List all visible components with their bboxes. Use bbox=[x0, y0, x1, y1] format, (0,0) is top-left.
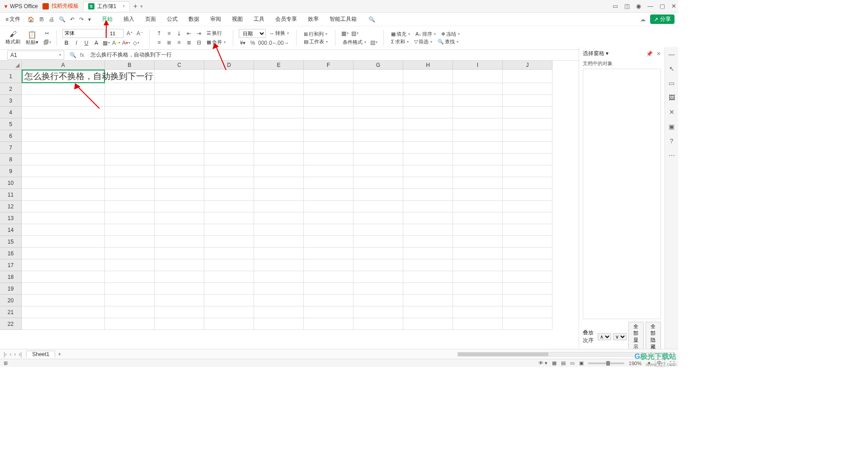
distribute-icon[interactable]: ⊟ bbox=[195, 38, 203, 47]
cell[interactable] bbox=[22, 130, 105, 142]
fx-icon[interactable]: fx bbox=[80, 52, 84, 58]
cell[interactable] bbox=[304, 165, 354, 177]
menu-page[interactable]: 页面 bbox=[140, 15, 161, 23]
cell[interactable] bbox=[254, 306, 304, 318]
worksheet-button[interactable]: ▤ 工作表 bbox=[302, 38, 330, 45]
cell[interactable] bbox=[503, 248, 552, 259]
menu-formula[interactable]: 公式 bbox=[161, 15, 183, 23]
menu-data[interactable]: 数据 bbox=[183, 15, 205, 23]
cell[interactable] bbox=[403, 318, 453, 330]
col-header[interactable]: G bbox=[354, 61, 403, 70]
cell[interactable] bbox=[155, 70, 204, 83]
cell[interactable] bbox=[105, 107, 155, 118]
select-all-corner[interactable]: ◢ bbox=[0, 61, 22, 70]
tools-icon[interactable]: ✕ bbox=[669, 108, 675, 116]
view-eye-icon[interactable]: 👁 ▾ bbox=[538, 360, 547, 366]
cell[interactable] bbox=[204, 318, 254, 330]
italic-icon[interactable]: I bbox=[72, 39, 80, 47]
cell[interactable] bbox=[403, 177, 453, 189]
col-header[interactable]: F bbox=[304, 61, 354, 70]
cell[interactable] bbox=[155, 83, 204, 95]
row-header[interactable]: 6 bbox=[0, 130, 22, 142]
cell[interactable] bbox=[354, 271, 403, 283]
cell[interactable] bbox=[503, 283, 552, 295]
properties-icon[interactable]: ▭ bbox=[669, 80, 675, 87]
cell[interactable] bbox=[254, 142, 304, 154]
cell[interactable] bbox=[354, 83, 403, 95]
align-middle-icon[interactable]: ≡ bbox=[165, 29, 173, 38]
cell[interactable] bbox=[304, 70, 354, 83]
cell[interactable] bbox=[254, 201, 304, 212]
cell[interactable] bbox=[453, 318, 503, 330]
cell[interactable] bbox=[22, 177, 105, 189]
cell[interactable] bbox=[354, 165, 403, 177]
tab-template[interactable]: 找稻壳模板 bbox=[38, 1, 83, 11]
cell[interactable] bbox=[503, 212, 552, 224]
cell[interactable] bbox=[503, 259, 552, 271]
cell[interactable] bbox=[254, 130, 304, 142]
cell[interactable] bbox=[155, 130, 204, 142]
cell[interactable] bbox=[22, 212, 105, 224]
increase-font-icon[interactable]: A⁺ bbox=[126, 29, 134, 38]
sum-button[interactable]: Σ 求和 bbox=[389, 38, 410, 45]
panel-icon2[interactable]: ▣ bbox=[669, 123, 675, 130]
col-header[interactable]: D bbox=[204, 61, 254, 70]
cell[interactable] bbox=[155, 295, 204, 306]
menu-insert[interactable]: 插入 bbox=[118, 15, 140, 23]
justify-icon[interactable]: ≣ bbox=[185, 38, 193, 47]
rowcol-button[interactable]: ⊞ 行和列 bbox=[302, 31, 329, 38]
cell[interactable] bbox=[105, 118, 155, 130]
cell[interactable] bbox=[354, 177, 403, 189]
col-header[interactable]: I bbox=[453, 61, 503, 70]
cell[interactable] bbox=[304, 283, 354, 295]
cell[interactable] bbox=[304, 177, 354, 189]
cell[interactable] bbox=[453, 154, 503, 165]
cell[interactable] bbox=[155, 318, 204, 330]
last-sheet-icon[interactable]: ›| bbox=[19, 351, 22, 357]
cell[interactable] bbox=[155, 271, 204, 283]
cell[interactable] bbox=[403, 142, 453, 154]
cell[interactable] bbox=[453, 259, 503, 271]
cell[interactable] bbox=[403, 224, 453, 236]
panel-icon[interactable]: ▭ bbox=[613, 3, 618, 9]
cell[interactable] bbox=[354, 189, 403, 201]
cell[interactable] bbox=[304, 295, 354, 306]
cell[interactable] bbox=[204, 189, 254, 201]
col-header[interactable]: H bbox=[403, 61, 453, 70]
cell[interactable] bbox=[254, 295, 304, 306]
cell[interactable] bbox=[354, 306, 403, 318]
cell[interactable] bbox=[155, 177, 204, 189]
cell[interactable] bbox=[503, 154, 552, 165]
cell[interactable] bbox=[254, 236, 304, 248]
cell[interactable] bbox=[403, 201, 453, 212]
cell[interactable] bbox=[204, 130, 254, 142]
cell[interactable] bbox=[503, 83, 552, 95]
cell[interactable] bbox=[204, 224, 254, 236]
cell[interactable] bbox=[254, 95, 304, 107]
cell[interactable] bbox=[453, 83, 503, 95]
cell[interactable] bbox=[22, 142, 105, 154]
cell[interactable] bbox=[403, 83, 453, 95]
border-icon[interactable]: ▦ bbox=[102, 39, 110, 47]
cell[interactable] bbox=[155, 248, 204, 259]
cell[interactable] bbox=[354, 283, 403, 295]
cell[interactable] bbox=[204, 201, 254, 212]
cell[interactable] bbox=[155, 224, 204, 236]
cell[interactable] bbox=[155, 95, 204, 107]
fill-button[interactable]: ▦ 填充 bbox=[389, 31, 412, 38]
cell[interactable] bbox=[354, 224, 403, 236]
align-center-icon[interactable]: ≣ bbox=[165, 38, 173, 47]
cell[interactable] bbox=[204, 95, 254, 107]
cell[interactable] bbox=[453, 107, 503, 118]
row-header[interactable]: 16 bbox=[0, 248, 22, 259]
cut-icon[interactable]: ✂ bbox=[43, 29, 51, 38]
cell[interactable] bbox=[354, 142, 403, 154]
cell[interactable] bbox=[403, 165, 453, 177]
cell[interactable] bbox=[254, 177, 304, 189]
cell[interactable] bbox=[254, 224, 304, 236]
first-sheet-icon[interactable]: |‹ bbox=[4, 351, 7, 357]
row-header[interactable]: 10 bbox=[0, 177, 22, 189]
cell[interactable] bbox=[155, 306, 204, 318]
view-page-icon[interactable]: ▭ bbox=[570, 360, 575, 366]
cell[interactable] bbox=[22, 271, 105, 283]
